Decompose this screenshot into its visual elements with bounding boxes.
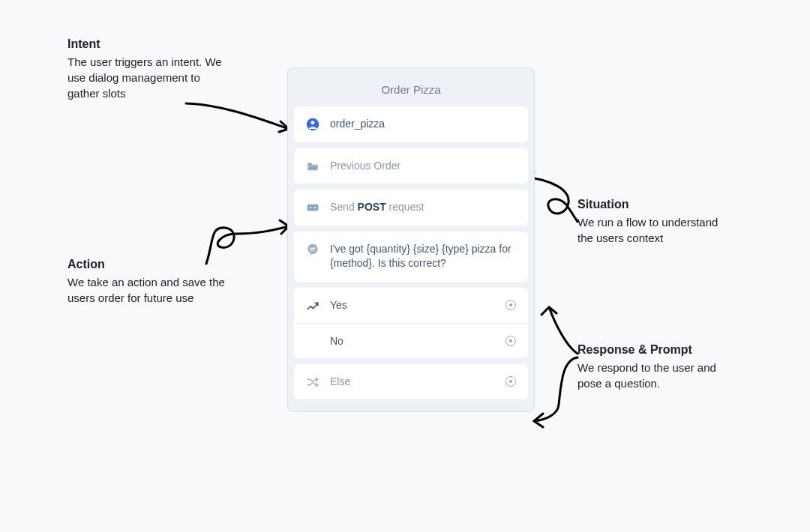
svg-point-4 [314, 207, 316, 208]
annotation-response-body: We respond to the user and pose a questi… [578, 361, 716, 390]
message-label: I've got {quantity} {size} {type} pizza … [330, 242, 516, 271]
branch-else[interactable]: Else [294, 364, 528, 399]
flow-label: Previous Order [330, 159, 400, 174]
svg-rect-2 [308, 205, 319, 211]
annotation-intent: Intent The user triggers an intent. We u… [68, 36, 225, 101]
panel-title: Order Pizza [294, 74, 528, 106]
api-icon [306, 201, 320, 214]
branch-group: Yes No [294, 288, 528, 358]
svg-rect-6 [310, 248, 316, 249]
action-label: Send POST request [330, 200, 424, 215]
branch-no[interactable]: No [294, 324, 528, 358]
svg-rect-7 [310, 250, 314, 250]
radio-icon [506, 300, 516, 310]
annotation-situation-body: We run a flow to understand the users co… [578, 216, 718, 244]
intent-label: order_pizza [330, 117, 385, 132]
icon-spacer [306, 334, 320, 348]
chat-icon [306, 243, 320, 256]
annotation-intent-body: The user triggers an intent. We use dial… [68, 55, 222, 100]
svg-point-5 [308, 244, 318, 254]
annotation-situation-title: Situation [578, 196, 728, 213]
radio-icon [506, 336, 516, 346]
branch-no-label: No [330, 335, 495, 347]
card-message[interactable]: I've got {quantity} {size} {type} pizza … [294, 232, 528, 282]
annotation-response-title: Response & Prompt [578, 342, 728, 358]
branch-yes[interactable]: Yes [294, 288, 528, 324]
branch-else-group: Else [294, 364, 528, 399]
annotation-intent-title: Intent [68, 36, 225, 52]
branch-yes-label: Yes [330, 299, 495, 311]
annotation-action-body: We take an action and save the users ord… [68, 276, 225, 304]
card-intent[interactable]: order_pizza [294, 106, 528, 142]
card-flow[interactable]: Previous Order [294, 148, 528, 184]
card-action[interactable]: Send POST request [294, 190, 528, 226]
svg-point-1 [311, 121, 315, 124]
annotation-action: Action We take an action and save the us… [68, 256, 240, 306]
user-icon [306, 118, 320, 131]
annotation-response: Response & Prompt We respond to the user… [578, 342, 728, 391]
annotation-situation: Situation We run a flow to understand th… [578, 196, 728, 246]
annotation-action-title: Action [68, 256, 240, 273]
folder-icon [306, 160, 320, 173]
branch-else-label: Else [330, 375, 495, 387]
arrow-intent [180, 97, 300, 142]
shuffle-icon [306, 375, 320, 389]
radio-icon [506, 376, 516, 387]
branch-icon [306, 299, 320, 312]
svg-point-3 [310, 207, 311, 208]
flow-panel: Order Pizza order_pizza Previous Order [287, 67, 535, 412]
